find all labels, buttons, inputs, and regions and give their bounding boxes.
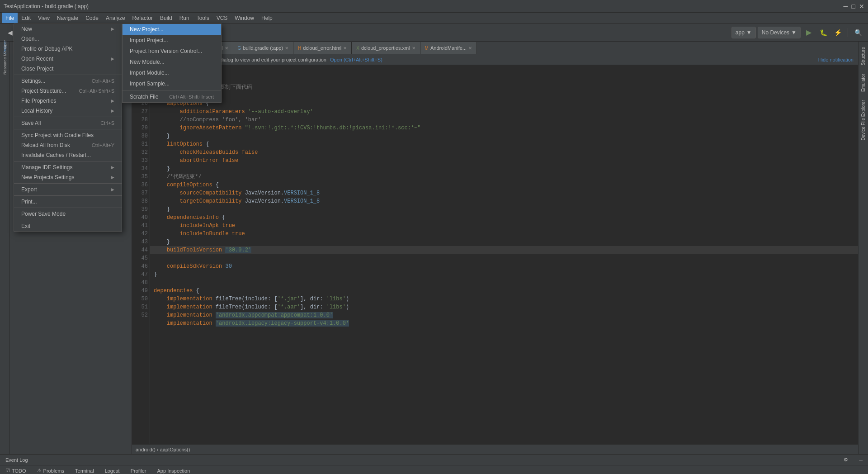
menu-item-open[interactable]: Open...	[14, 34, 122, 44]
toolbar: ◀ ▶ ↩ ↪ ✂ 📋 📄 app ▼ No Devices ▼ ▶ 🐛 ⚡ 🔍	[0, 24, 868, 42]
search-everywhere[interactable]: 🔍	[852, 26, 864, 39]
menu-item-reload-disk[interactable]: Reload All from Disk Ctrl+Alt+Y	[14, 140, 122, 150]
menu-analyze[interactable]: Analyze	[102, 13, 129, 23]
tab-todo[interactable]: ☑ TODO	[0, 465, 32, 474]
maximize-button[interactable]: □	[852, 3, 855, 10]
tab-icon-androidmanifest: M	[425, 46, 429, 51]
bottom-settings-btn[interactable]: ⚙	[838, 455, 854, 465]
menu-item-print[interactable]: Print...	[14, 197, 122, 207]
bottom-tab-bar: ☑ TODO ⚠ Problems Terminal Logcat Profil…	[0, 465, 868, 474]
tab-logcat[interactable]: Logcat	[99, 465, 125, 474]
menu-tools[interactable]: Tools	[193, 13, 213, 23]
notification-link[interactable]: Open (Ctrl+Alt+Shift+S)	[330, 57, 382, 62]
menu-item-manage-ide[interactable]: Manage IDE Settings	[14, 162, 122, 172]
menu-item-power-save[interactable]: Power Save Mode	[14, 209, 122, 219]
menu-bar: File Edit View Navigate Code Analyze Ref…	[0, 13, 868, 24]
menu-item-open-recent[interactable]: Open Recent	[14, 54, 122, 64]
bottom-close-btn[interactable]: ─	[854, 455, 868, 465]
menu-window[interactable]: Window	[231, 13, 258, 23]
tab-mainactivity[interactable]: J MainActivity.java ✕	[132, 42, 188, 54]
left-sidebar: Project Resource Manager	[0, 42, 10, 454]
menu-item-export[interactable]: Export	[14, 185, 122, 194]
menu-item-local-history[interactable]: Local History	[14, 106, 122, 116]
tab-close-dcloud-error[interactable]: ✕	[343, 46, 347, 51]
menu-navigate[interactable]: Navigate	[53, 13, 82, 23]
tab-event-log[interactable]: Event Log	[0, 455, 33, 465]
sidebar-structure[interactable]: Structure	[860, 43, 867, 69]
right-sidebar: Structure Emulator Device File Explorer	[858, 42, 868, 454]
menu-file[interactable]: File	[2, 13, 18, 23]
tab-close-mainactivity[interactable]: ✕	[179, 46, 183, 51]
tab-profiler[interactable]: Profiler	[125, 465, 152, 474]
menu-item-settings[interactable]: Settings... Ctrl+Alt+S	[14, 76, 122, 86]
tab-icon-dcloud-error: H	[298, 46, 301, 51]
tab-buildgradle[interactable]: G build.gradle (:app) ✕	[233, 42, 293, 54]
menu-build[interactable]: Build	[156, 13, 176, 23]
notification-hide[interactable]: Hide notification	[818, 57, 854, 62]
sidebar-emulator[interactable]: Emulator	[860, 70, 867, 95]
menu-separator6	[14, 195, 122, 196]
menu-separator5	[14, 183, 122, 184]
menu-item-profile-debug[interactable]: Profile or Debug APK	[14, 44, 122, 54]
tab-close-buildgradle[interactable]: ✕	[285, 46, 288, 51]
menu-separator8	[14, 220, 122, 220]
notification-text: You can use the Project Structure dialog…	[145, 57, 326, 62]
event-log-label: Event Log	[5, 457, 28, 463]
menu-vcs[interactable]: VCS	[213, 13, 231, 23]
main-layout: Project Resource Manager Project ⚙ ⤢ ▶ 📁…	[0, 42, 868, 454]
sidebar-resource-manager[interactable]: Resource Manager	[1, 53, 9, 62]
menu-separator4	[14, 161, 122, 161]
separator4	[848, 28, 848, 37]
menu-item-save-all[interactable]: Save All Ctrl+S	[14, 118, 122, 128]
menu-separator2	[14, 117, 122, 117]
bottom-panel: Event Log ⚙ ─ ☑ TODO ⚠ Problems Terminal…	[0, 454, 868, 474]
device-dropdown[interactable]: No Devices ▼	[758, 27, 801, 38]
menu-item-sync-gradle[interactable]: Sync Project with Gradle Files	[14, 130, 122, 140]
breadcrumb-text: android() › aaptOptions()	[136, 447, 190, 452]
minimize-button[interactable]: ─	[844, 3, 848, 10]
run-button[interactable]: ▶	[802, 26, 815, 39]
tab-dcloud-props[interactable]: X dcloud_properties.xml ✕	[352, 42, 420, 54]
close-button[interactable]: ✕	[859, 3, 864, 10]
menu-item-new-projects-settings[interactable]: New Projects Settings	[14, 172, 122, 182]
file-dropdown-menu: New Open... Profile or Debug APK Open Re…	[14, 24, 122, 232]
tab-themes[interactable]: X themes.xml ✕	[188, 42, 233, 54]
window-controls[interactable]: ─ □ ✕	[844, 3, 864, 10]
tab-close-dcloud-props[interactable]: ✕	[412, 46, 415, 51]
bottom-tabs: Event Log ⚙ ─	[0, 455, 868, 465]
menu-separator3	[14, 129, 122, 129]
menu-code[interactable]: Code	[82, 13, 102, 23]
tab-icon-dcloud-props: X	[356, 46, 359, 51]
tab-terminal[interactable]: Terminal	[70, 465, 99, 474]
profile-button[interactable]: ⚡	[831, 26, 844, 39]
tab-app-inspection[interactable]: App Inspection	[152, 465, 196, 474]
menu-run[interactable]: Run	[176, 13, 193, 23]
menu-refactor[interactable]: Refactor	[129, 13, 156, 23]
tab-dcloud-error[interactable]: H dcloud_error.html ✕	[293, 42, 352, 54]
menu-item-file-properties[interactable]: File Properties	[14, 96, 122, 106]
tab-close-androidmanifest[interactable]: ✕	[468, 46, 472, 51]
menu-help[interactable]: Help	[258, 13, 276, 23]
notification-icon: ⚠	[137, 57, 141, 62]
menu-item-invalidate[interactable]: Invalidate Caches / Restart...	[14, 150, 122, 160]
menu-item-close-project[interactable]: Close Project	[14, 64, 122, 74]
menu-view[interactable]: View	[34, 13, 53, 23]
code-content[interactable]: } //使用uniapp时，需要制下面代码 /*代码开始*/ aaptOptio…	[150, 65, 858, 444]
menu-item-new[interactable]: New	[14, 24, 122, 34]
menu-separator7	[14, 208, 122, 208]
app-dropdown[interactable]: app ▼	[731, 27, 756, 38]
menu-item-exit[interactable]: Exit	[14, 221, 122, 231]
tab-problems[interactable]: ⚠ Problems	[32, 465, 70, 474]
title-bar: TestApplication - build.gradle (:app) ─ …	[0, 0, 868, 13]
app-title: TestApplication - build.gradle (:app)	[4, 3, 89, 9]
code-editor: 22 23 24 25 26 27 28 29 30 31 32 33 34 3…	[132, 65, 858, 444]
debug-button[interactable]: 🐛	[817, 26, 830, 39]
tab-icon-themes: X	[193, 46, 196, 51]
menu-separator	[14, 75, 122, 75]
tab-close-themes[interactable]: ✕	[225, 46, 228, 51]
sidebar-device-explorer[interactable]: Device File Explorer	[860, 96, 867, 144]
menu-item-project-structure[interactable]: Project Structure... Ctrl+Alt+Shift+S	[14, 86, 122, 96]
tab-icon-buildgradle: G	[238, 46, 241, 51]
menu-edit[interactable]: Edit	[18, 13, 34, 23]
tab-androidmanifest[interactable]: M AndroidManife... ✕	[420, 42, 477, 54]
